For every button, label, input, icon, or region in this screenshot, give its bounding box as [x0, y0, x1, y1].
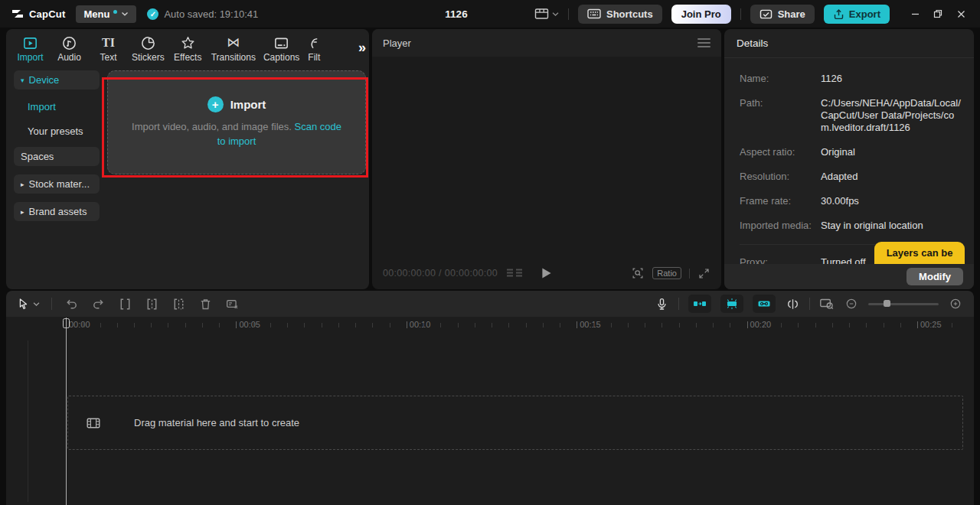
details-row-resolution: Resolution:Adapted: [740, 171, 963, 183]
details-rows: Name:1126Path:C:/Users/NEHA/AppData/Loca…: [724, 58, 974, 269]
ruler-minor-tick: [117, 323, 118, 327]
sidebar-item-your-presets[interactable]: Your presets: [14, 122, 100, 140]
preview-quality-icon[interactable]: [631, 266, 645, 280]
fullscreen-icon[interactable]: [697, 267, 710, 280]
divider: [51, 298, 52, 310]
timeline-zoom-slider[interactable]: [868, 300, 939, 308]
timeline-dropzone[interactable]: Drag material here and start to create: [67, 396, 963, 450]
playhead-line[interactable]: [66, 318, 67, 505]
record-voiceover-icon[interactable]: [654, 296, 669, 311]
tab-import[interactable]: Import: [11, 34, 50, 63]
audio-tab-icon: [61, 34, 77, 51]
frame-display-icon[interactable]: [505, 268, 525, 279]
ruler-minor-tick: [322, 323, 322, 327]
tab-audio[interactable]: Audio: [50, 34, 89, 63]
ruler-minor-tick: [168, 323, 168, 327]
topbar-left-group: CapCut Menu ✓ Auto saved: 19:10:41: [0, 5, 258, 23]
zoom-in-icon[interactable]: [948, 296, 963, 311]
delete-left-icon[interactable]: [144, 296, 159, 311]
sidebar-item-device[interactable]: ▾Device: [14, 70, 100, 90]
details-panel: Details Name:1126Path:C:/Users/NEHA/AppD…: [724, 29, 974, 289]
ruler-minor-tick: [730, 323, 730, 327]
ruler-minor-tick: [475, 323, 475, 327]
ruler-minor-tick: [866, 323, 867, 327]
restore-window-icon[interactable]: [926, 4, 949, 24]
export-button[interactable]: Export: [824, 5, 890, 24]
ruler-major-tick: [747, 321, 748, 328]
ruler-label: 00:05: [239, 320, 260, 329]
ruler-minor-tick: [696, 323, 697, 327]
ratio-button[interactable]: Ratio: [652, 267, 681, 279]
player-title: Player: [383, 37, 411, 49]
tab-captions[interactable]: Captions: [260, 34, 303, 63]
ruler-minor-tick: [543, 323, 544, 327]
ruler-minor-tick: [934, 323, 935, 327]
dropzone-text: Drag material here and start to create: [134, 417, 299, 428]
ruler-minor-tick: [560, 323, 560, 327]
menu-notification-dot: [113, 10, 117, 14]
timecode: 00:00:00:00 / 00:00:00:00: [383, 268, 498, 279]
tab-label: Transitions: [211, 53, 256, 63]
tab-transitions[interactable]: ⋈Transitions: [207, 34, 260, 63]
play-button[interactable]: [541, 267, 552, 279]
cursor-tool-button[interactable]: [15, 296, 40, 311]
split-icon[interactable]: [117, 296, 132, 311]
divider: [689, 269, 690, 279]
share-button[interactable]: Share: [750, 5, 815, 24]
menu-button[interactable]: Menu: [76, 5, 136, 23]
close-icon[interactable]: [949, 4, 972, 24]
tab-filt[interactable]: Filt: [303, 34, 325, 63]
tab-stickers[interactable]: Stickers: [128, 34, 168, 63]
ruler-major-tick: [917, 321, 918, 328]
ruler-minor-tick: [526, 323, 527, 327]
join-pro-button[interactable]: Join Pro: [671, 5, 731, 24]
sidebar-item-stock-mater[interactable]: ▸Stock mater...: [14, 174, 100, 194]
window-controls: [903, 4, 972, 24]
ruler-label: 00:10: [410, 320, 431, 329]
import-card-title: Import: [230, 98, 266, 111]
sidebar-item-import[interactable]: Import: [14, 98, 100, 116]
ruler-major-tick: [407, 321, 407, 328]
link-clips-toggle[interactable]: [753, 295, 776, 313]
timeline-ruler[interactable]: 00:0000:0500:1000:1500:2000:25: [6, 318, 974, 334]
tab-label: Filt: [308, 53, 320, 63]
preview-axis-icon[interactable]: [819, 296, 835, 311]
undo-icon[interactable]: [64, 296, 79, 311]
sidebar-item-label: Your presets: [28, 125, 83, 137]
magnetic-snap-toggle[interactable]: [720, 295, 743, 313]
divider: [740, 8, 741, 20]
redo-icon[interactable]: [90, 296, 106, 311]
ruler-minor-tick: [458, 323, 459, 327]
details-row-name: Name:1126: [740, 73, 963, 85]
ruler-label: 00:25: [920, 320, 942, 329]
ruler-minor-tick: [270, 323, 271, 327]
slider-handle[interactable]: [884, 300, 890, 307]
tab-text[interactable]: TIText: [89, 34, 128, 63]
delete-icon[interactable]: [198, 296, 213, 311]
sidebar-item-brand-assets[interactable]: ▸Brand assets: [14, 202, 100, 221]
tab-effects[interactable]: Effects: [168, 34, 207, 63]
main-track-magnet-icon[interactable]: [785, 296, 800, 311]
ruler-minor-tick: [781, 323, 782, 327]
timeline-toolbar-left: [15, 296, 240, 311]
ruler-minor-tick: [492, 323, 492, 327]
ruler-minor-tick: [662, 323, 662, 327]
delete-right-icon[interactable]: [171, 296, 186, 311]
layout-switcher-button[interactable]: [534, 8, 559, 20]
ruler-minor-tick: [151, 323, 152, 327]
sidebar-item-spaces[interactable]: Spaces: [14, 147, 100, 166]
auto-snap-toggle[interactable]: [688, 295, 711, 313]
delete-caption-icon[interactable]: [224, 296, 240, 311]
minimize-icon[interactable]: [903, 4, 926, 24]
player-menu-icon[interactable]: [697, 38, 710, 47]
more-tabs-icon[interactable]: »: [358, 40, 366, 56]
import-dropzone-card[interactable]: + Import Import video, audio, and image …: [107, 70, 366, 174]
timeline-toolbar: [6, 291, 974, 317]
ruler-minor-tick: [645, 323, 645, 327]
ruler-minor-tick: [355, 323, 356, 327]
ruler-minor-tick: [287, 323, 288, 327]
shortcuts-button[interactable]: Shortcuts: [578, 5, 662, 24]
tab-label: Captions: [263, 53, 299, 63]
modify-button[interactable]: Modify: [906, 268, 963, 285]
zoom-out-icon[interactable]: [844, 296, 859, 311]
